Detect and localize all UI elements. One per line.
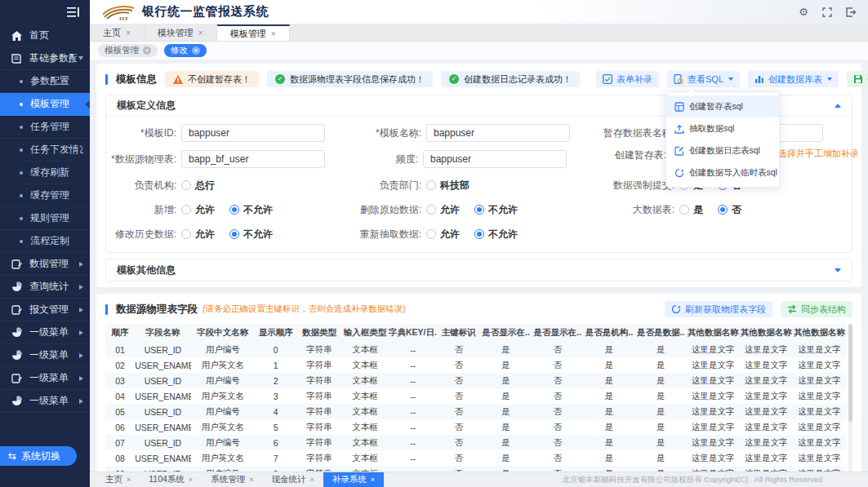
- radio-big-table-no[interactable]: 否: [718, 203, 741, 217]
- radio-dept-tech[interactable]: 科技部: [426, 179, 470, 193]
- sidebar-item-home[interactable]: 首页: [0, 24, 90, 47]
- sidebar-item-template-mgmt[interactable]: 模板管理: [0, 93, 90, 116]
- table-row[interactable]: 09 USER_ID 用户编号 8 字符串 文本框 -- 否 是 否 是: [105, 466, 846, 472]
- radio-checked-icon[interactable]: [229, 229, 239, 239]
- radio-icon[interactable]: [181, 205, 191, 215]
- menu-item-create-log-table-sql[interactable]: 创建数据日志表sql: [666, 139, 779, 162]
- sidebar-item-base-config[interactable]: 基础参数配置: [0, 47, 90, 70]
- close-icon[interactable]: ×: [143, 46, 151, 55]
- close-icon[interactable]: ×: [271, 29, 276, 38]
- sidebar-item-cache-refresh[interactable]: 缓存刷新: [0, 162, 90, 184]
- expand-icon[interactable]: [835, 268, 841, 272]
- menu-collapse-icon[interactable]: [67, 7, 80, 17]
- logout-icon[interactable]: [845, 7, 857, 18]
- radio-add-deny[interactable]: 不允许: [229, 203, 273, 217]
- tab-home[interactable]: 主页×: [90, 24, 145, 41]
- breadcrumb-chip-template-mgmt[interactable]: 模板管理×: [98, 44, 158, 57]
- refresh-fields-button[interactable]: 刷新获取物理表字段: [665, 301, 772, 317]
- close-icon[interactable]: ×: [198, 29, 203, 38]
- radio-icon[interactable]: [679, 205, 689, 215]
- close-icon[interactable]: ×: [127, 476, 131, 484]
- radio-reextract-allow[interactable]: 允许: [426, 228, 460, 241]
- close-icon[interactable]: ×: [192, 46, 200, 55]
- radio-modify-deny[interactable]: 不允许: [229, 228, 273, 241]
- breadcrumb-chip-edit[interactable]: 修改×: [164, 44, 207, 57]
- bottom-tab-home[interactable]: 主页×: [96, 472, 140, 487]
- sidebar-item-report-mgmt[interactable]: 报文管理: [0, 299, 90, 321]
- sidebar-item-param-config[interactable]: 参数配置: [0, 70, 90, 93]
- system-switch-button[interactable]: ⇆ 系统切换: [0, 446, 77, 466]
- sidebar-item-label: 首页: [29, 29, 83, 42]
- radio-icon[interactable]: [181, 229, 191, 239]
- vertical-scrollbar[interactable]: [848, 324, 852, 472]
- tab-bar: 主页× 模块管理× 模板管理×: [90, 24, 868, 42]
- close-icon[interactable]: ×: [309, 476, 314, 484]
- menu-item-extract-data-sql[interactable]: 抽取数据sql: [666, 117, 779, 139]
- radio-icon[interactable]: [181, 180, 191, 190]
- radio-reextract-deny[interactable]: 不允许: [474, 228, 518, 241]
- close-icon[interactable]: ×: [249, 476, 253, 484]
- bottom-tab-cash-stats[interactable]: 现金统计×: [262, 472, 323, 487]
- radio-add-allow[interactable]: 允许: [181, 203, 215, 217]
- radio-delete-deny[interactable]: 不允许: [474, 203, 518, 217]
- field-template-name: *模板名称:: [328, 124, 575, 142]
- settings-gear-icon[interactable]: ⚙: [798, 7, 809, 18]
- radio-checked-icon[interactable]: [229, 205, 239, 215]
- sidebar-item-level1-menu-2[interactable]: 一级菜单: [0, 344, 90, 367]
- close-icon[interactable]: ×: [126, 29, 131, 38]
- template-name-input[interactable]: [426, 124, 570, 142]
- bottom-tab-backfill-system[interactable]: 补录系统×: [323, 472, 384, 487]
- primary-key-note: (请务必正确设置主键标识，否则会造成补录数据错误): [203, 303, 406, 315]
- table-row[interactable]: 01 USER_ID 用户编号 0 字符串 文本框 -- 否 是 否 是: [105, 342, 846, 357]
- radio-icon[interactable]: [426, 205, 436, 215]
- tab-module-mgmt[interactable]: 模块管理×: [145, 24, 217, 41]
- table-row[interactable]: 05 USER_ID 用户编号 4 字符串 文本框 -- 否 是 否 是: [105, 404, 846, 419]
- radio-delete-allow[interactable]: 允许: [426, 203, 460, 217]
- sidebar-item-task-dispatch[interactable]: 任务下发情况: [0, 139, 90, 162]
- table-row[interactable]: 07 USER_ID 用户编号 6 字符串 文本框 -- 否 是 否 是: [105, 435, 846, 450]
- radio-checked-icon[interactable]: [474, 229, 484, 239]
- source-table-input[interactable]: [181, 150, 325, 168]
- sidebar-item-task-mgmt[interactable]: 任务管理: [0, 116, 90, 139]
- menu-item-create-import-temp-table-sql[interactable]: 创建数据导入临时表sql: [666, 162, 779, 184]
- close-icon[interactable]: ×: [371, 476, 375, 484]
- frequency-input[interactable]: [423, 150, 567, 168]
- radio-icon[interactable]: [426, 229, 436, 239]
- sidebar-item-query-stats[interactable]: 查询统计: [0, 276, 90, 299]
- table-row[interactable]: 06 USER_ENAME 用户英文名 5 字符串 文本框 -- 否 是 否 是: [105, 419, 846, 435]
- template-id-input[interactable]: [181, 124, 325, 142]
- form-backfill-button[interactable]: 表单补录: [596, 71, 659, 87]
- radio-icon[interactable]: [426, 180, 436, 190]
- sidebar-item-cache-mgmt[interactable]: 缓存管理: [0, 184, 90, 207]
- chevron-right-icon: [79, 308, 83, 312]
- table-row[interactable]: 02 USER_ENAME 用户英文名 1 字符串 文本框 -- 否 是 否 是: [105, 357, 846, 373]
- save-button[interactable]: 保存: [847, 71, 868, 87]
- view-sql-button[interactable]: 查看SQL: [667, 71, 740, 87]
- table-row[interactable]: 08 USER_ENAME 用户英文名 7 字符串 文本框 -- 否 是 否 是: [105, 450, 846, 466]
- radio-checked-icon[interactable]: [474, 205, 484, 215]
- fullscreen-icon[interactable]: [821, 7, 833, 18]
- scrollbar-thumb[interactable]: [848, 324, 852, 422]
- close-icon[interactable]: ×: [189, 476, 193, 484]
- radio-modify-allow[interactable]: 允许: [181, 228, 215, 241]
- radio-big-table-yes[interactable]: 是: [679, 203, 703, 217]
- document-edit-icon: [11, 303, 23, 316]
- radio-org-head-office[interactable]: 总行: [181, 179, 215, 193]
- radio-checked-icon[interactable]: [718, 205, 728, 215]
- sidebar-item-level1-menu-4[interactable]: 一级菜单: [0, 390, 90, 413]
- bottom-tab-system-mgmt[interactable]: 系统管理×: [202, 472, 262, 487]
- menu-item-create-staging-sql[interactable]: 创建暂存表sql: [666, 95, 779, 117]
- create-db-table-button[interactable]: 创建数据库表: [748, 71, 839, 87]
- sidebar-item-rule-mgmt[interactable]: 规则管理: [0, 207, 90, 230]
- sidebar-item-level1-menu-1[interactable]: 一级菜单: [0, 321, 90, 344]
- other-info-section-header[interactable]: 模板其他信息: [106, 259, 852, 281]
- table-row[interactable]: 04 USER_ENAME 用户英文名 3 字符串 文本框 -- 否 是 否 是: [105, 388, 846, 404]
- collapse-icon[interactable]: [835, 104, 841, 108]
- sidebar-item-data-mgmt[interactable]: 数据管理: [0, 253, 90, 276]
- tab-template-mgmt[interactable]: 模板管理×: [217, 24, 290, 41]
- sync-structure-button[interactable]: 同步表结构: [781, 301, 852, 317]
- bottom-tab-1104[interactable]: 1104系统×: [140, 472, 202, 487]
- table-row[interactable]: 03 USER_ID 用户编号 2 字符串 文本框 -- 否 是 否 是: [105, 373, 846, 388]
- sidebar-item-level1-menu-3[interactable]: 一级菜单: [0, 367, 90, 390]
- sidebar-item-process-custom[interactable]: 流程定制: [0, 230, 90, 253]
